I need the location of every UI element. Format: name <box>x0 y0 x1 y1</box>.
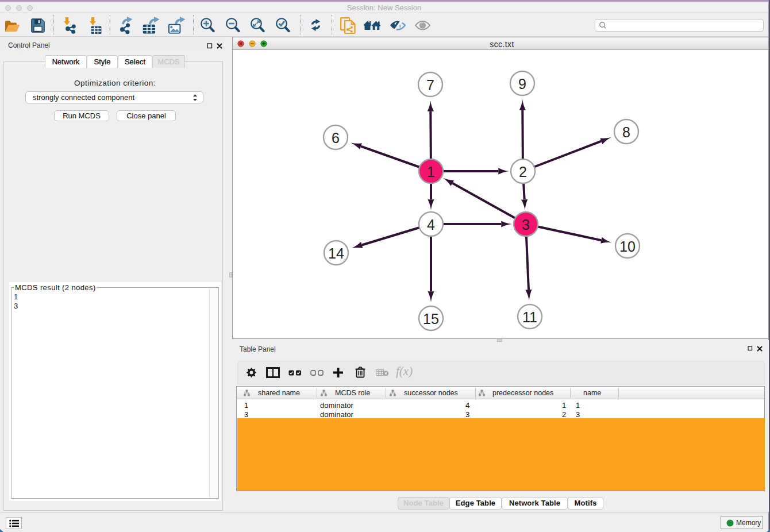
svg-text:3: 3 <box>522 217 530 233</box>
svg-text:2: 2 <box>519 164 527 180</box>
svg-text:11: 11 <box>522 309 537 325</box>
svg-text:4: 4 <box>427 217 435 233</box>
svg-text:10: 10 <box>619 238 636 255</box>
svg-text:9: 9 <box>518 76 526 92</box>
svg-text:14: 14 <box>328 245 344 261</box>
svg-text:7: 7 <box>426 77 434 93</box>
svg-text:15: 15 <box>423 311 439 327</box>
svg-text:6: 6 <box>332 130 340 146</box>
svg-text:1: 1 <box>427 164 435 180</box>
svg-text:8: 8 <box>622 124 630 140</box>
